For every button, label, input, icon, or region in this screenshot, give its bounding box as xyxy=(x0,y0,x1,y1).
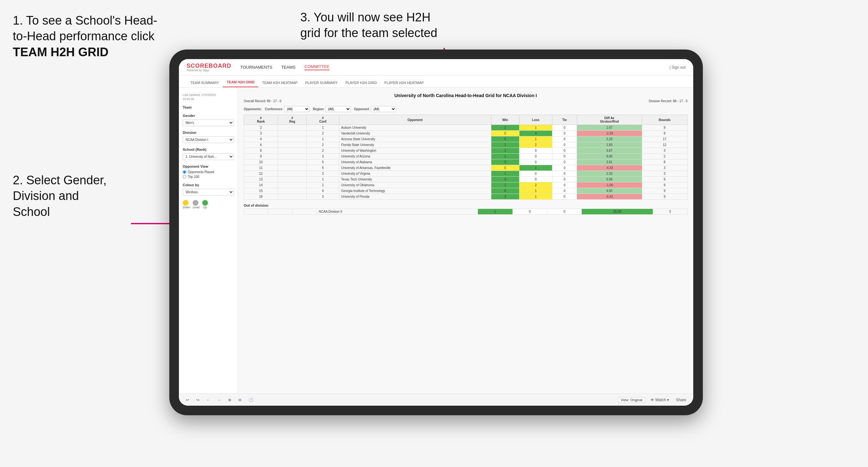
table-cell: 1.67 xyxy=(577,125,642,131)
toolbar-plus[interactable]: ⊕ xyxy=(226,397,233,403)
table-cell xyxy=(278,159,307,165)
filter-opponent: Opponent (All) xyxy=(354,106,396,112)
sub-nav: TEAM SUMMARY TEAM H2H GRID TEAM H2H HEAT… xyxy=(179,76,693,88)
table-cell xyxy=(278,125,307,131)
table-cell: 1 xyxy=(491,171,519,177)
table-cell: 0 xyxy=(520,154,552,159)
table-cell: 0 xyxy=(552,142,577,148)
nav-tournaments[interactable]: TOURNAMENTS xyxy=(240,65,272,70)
nav-teams[interactable]: TEAMS xyxy=(281,65,296,70)
table-cell: 0 xyxy=(552,188,577,194)
table-cell: 5 xyxy=(307,159,339,165)
table-cell: 1 xyxy=(520,188,552,194)
toolbar-share[interactable]: Share xyxy=(674,397,688,403)
th-win: Win xyxy=(491,115,519,125)
ann2-line1: 2. Select Gender, xyxy=(13,174,107,187)
table-cell: 0 xyxy=(491,131,519,136)
subnav-team-h2h-grid[interactable]: TEAM H2H GRID xyxy=(223,80,258,87)
table-cell: 10 xyxy=(244,159,278,165)
table-cell: 0 xyxy=(552,131,577,136)
table-cell: 12 xyxy=(244,171,278,177)
toolbar-forward[interactable]: → xyxy=(215,397,223,403)
sidebar-colour-select[interactable]: Win/loss xyxy=(183,189,234,195)
ood-loss: 0 xyxy=(513,209,547,215)
toolbar-clock[interactable]: 🕐 xyxy=(247,397,255,403)
table-cell xyxy=(278,188,307,194)
table-cell: 2.61 xyxy=(577,159,642,165)
sidebar-team-label: Team xyxy=(183,105,234,109)
table-cell: 1 xyxy=(491,142,519,148)
table-row: 142University of Oklahoma120-1.009 xyxy=(244,182,687,188)
logo-text: SCOREBOARD xyxy=(187,63,231,69)
toolbar-undo[interactable]: ↩ xyxy=(184,397,191,403)
table-cell: 2 xyxy=(307,148,339,154)
table-cell: 6 xyxy=(244,142,278,148)
table-row: 82University of Washington1003.673 xyxy=(244,148,687,154)
toolbar-view-label[interactable]: View: Original xyxy=(618,397,645,403)
ood-diff: 26.00 xyxy=(582,209,653,215)
table-cell: 3 xyxy=(642,171,687,177)
table-cell: 2 xyxy=(520,182,552,188)
table-cell: 3 xyxy=(491,194,519,200)
ood-reg xyxy=(268,209,292,215)
sidebar-school-select[interactable]: 1. University of Nort... xyxy=(183,153,234,160)
table-row: NCAA Division II 1 0 0 26.00 3 xyxy=(244,209,687,215)
sidebar-division-select[interactable]: NCAA Division I xyxy=(183,136,234,143)
nav-committee[interactable]: COMMITTEE xyxy=(305,64,329,70)
toolbar-redo[interactable]: ↪ xyxy=(194,397,201,403)
filter-opponent-select[interactable]: (All) xyxy=(371,106,396,112)
table-cell xyxy=(278,182,307,188)
toolbar-back[interactable]: ← xyxy=(205,397,212,403)
ood-rank xyxy=(244,209,268,215)
app-nav: SCOREBOARD Powered by clippi TOURNAMENTS… xyxy=(179,59,693,76)
sidebar-opponent-view-label: Opponent View xyxy=(183,164,234,168)
table-cell: 17 xyxy=(642,136,687,142)
table-cell: 0 xyxy=(552,165,577,171)
subnav-player-h2h-heatmap[interactable]: PLAYER H2H HEATMAP xyxy=(380,81,428,87)
table-cell: 0 xyxy=(552,136,577,142)
table-cell: 8 xyxy=(244,148,278,154)
grid-records: Overall Record: 89 - 17 - 0 Division Rec… xyxy=(244,99,687,103)
table-row: 62Florida State University1201.8312 xyxy=(244,142,687,148)
table-cell xyxy=(278,148,307,154)
table-cell: 0 xyxy=(552,171,577,177)
table-cell: Florida State University xyxy=(339,142,491,148)
toolbar-minus[interactable]: ⊖ xyxy=(237,397,243,403)
sidebar-team-section: Team xyxy=(183,105,234,109)
subnav-team-summary[interactable]: TEAM SUMMARY xyxy=(187,81,223,87)
ood-name: NCAA Division II xyxy=(317,209,477,215)
filter-region: Region (All) xyxy=(313,106,351,112)
table-cell: -1.00 xyxy=(577,182,642,188)
th-rank: #Rank xyxy=(244,115,278,125)
table-row: 154Georgia Institute of Technology6104.5… xyxy=(244,188,687,194)
sidebar-radio-opponents-played[interactable]: Opponents Played xyxy=(183,170,234,174)
table-cell: 2 xyxy=(307,142,339,148)
table-cell: 1 xyxy=(520,165,552,171)
table-cell: University of Alabama xyxy=(339,159,491,165)
sidebar-gender-select[interactable]: Men's xyxy=(183,120,234,126)
subnav-player-summary[interactable]: PLAYER SUMMARY xyxy=(301,81,342,87)
filter-conference-select[interactable]: (All) xyxy=(284,106,310,112)
tablet-screen: SCOREBOARD Powered by clippi TOURNAMENTS… xyxy=(179,59,693,406)
table-cell: 8 xyxy=(642,159,687,165)
table-cell: 3 xyxy=(244,131,278,136)
table-cell: -2.29 xyxy=(577,131,642,136)
table-cell: 1 xyxy=(307,136,339,142)
table-cell: 3 xyxy=(307,171,339,177)
sidebar-colour-label: Colour by xyxy=(183,183,234,187)
subnav-player-h2h-grid[interactable]: PLAYER H2H GRID xyxy=(342,81,380,87)
subnav-team-h2h-heatmap[interactable]: TEAM H2H HEATMAP xyxy=(258,81,301,87)
sidebar-radio-top100[interactable]: Top 100 xyxy=(183,175,234,179)
table-cell: University of Oklahoma xyxy=(339,182,491,188)
toolbar-watch[interactable]: 👁 Watch ▾ xyxy=(649,397,671,403)
filter-region-select[interactable]: (All) xyxy=(325,106,351,112)
sign-out-link[interactable]: | Sign out xyxy=(670,65,686,70)
ood-conf xyxy=(292,209,317,215)
table-cell: University of Arizona xyxy=(339,154,491,159)
table-cell: 0 xyxy=(552,154,577,159)
ann1-line1: 1. To see a School's Head- xyxy=(13,14,157,27)
sidebar-timestamp: Last Updated: 27/03/2024 16:55:38 xyxy=(183,93,234,101)
logo-area: SCOREBOARD Powered by clippi xyxy=(187,63,231,72)
sidebar-gender-label: Gender xyxy=(183,114,234,118)
th-tie: Tie xyxy=(552,115,577,125)
